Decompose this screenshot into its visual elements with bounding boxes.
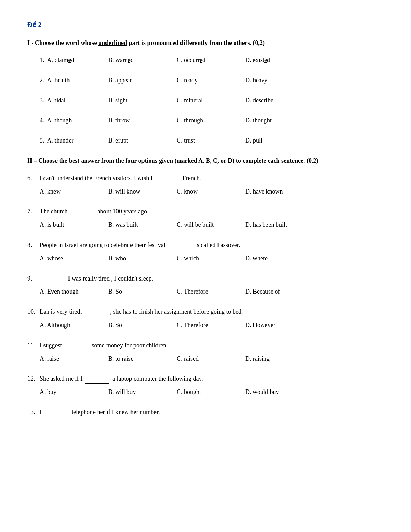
q11-options: A. raise B. to raise C. raised D. raisin… xyxy=(40,354,384,364)
q2-opt-b: B. appear xyxy=(108,75,177,85)
q13-text: I telephone her if I knew her number. xyxy=(40,407,384,417)
q12-opt-d: D. would buy xyxy=(245,387,314,397)
q4-opt-b: B. throw xyxy=(108,115,177,125)
q12-row: 12. She asked me if I a laptop computer … xyxy=(27,374,384,384)
q12-blank xyxy=(85,383,109,384)
q11-text: I suggest some money for poor children. xyxy=(40,341,384,350)
q3-opt-b: B. sight xyxy=(108,96,177,106)
q7-opt-a: A. is built xyxy=(40,220,108,230)
question-9: 9. I was really tired , I couldn't sleep… xyxy=(27,274,384,297)
q7-row: 7. The church about 100 years ago. xyxy=(27,207,384,216)
q11-opt-b: B. to raise xyxy=(108,354,177,364)
q8-opt-d: D. where xyxy=(245,253,314,263)
q6-options: A. knew B. will know C. know D. have kno… xyxy=(40,187,384,197)
question-13: 13. I telephone her if I knew her number… xyxy=(27,407,384,417)
q7-opt-d: D. has been built xyxy=(245,220,314,230)
q6-text: I can't understand the French visitors. … xyxy=(40,173,384,183)
q9-opt-b: B. So xyxy=(108,287,177,297)
q5-opt-a: 5. A. thunder xyxy=(40,136,108,146)
q3-opt-a: 3. A. tidal xyxy=(40,96,108,106)
q1-opt-c: C. occurred xyxy=(177,55,245,65)
q8-row: 8. People in Israel are going to celebra… xyxy=(27,240,384,250)
q3-options: 3. A. tidal B. sight C. mineral D. descr… xyxy=(40,96,384,106)
q2-options: 2. A. health B. appear C. ready D. heavy xyxy=(40,75,384,85)
q10-options: A. Although B. So C. Therefore D. Howeve… xyxy=(40,320,384,330)
q6-opt-d: D. have known xyxy=(245,187,314,197)
question-4: 4. A. though B. throw C. through D. thou… xyxy=(27,115,384,125)
q7-blank xyxy=(71,216,95,216)
q10-text: Lan is very tired. , she has to finish h… xyxy=(40,307,384,317)
q3-opt-c: C. mineral xyxy=(177,96,245,106)
q6-opt-b: B. will know xyxy=(108,187,177,197)
q8-blank xyxy=(168,250,192,250)
q13-row: 13. I telephone her if I knew her number… xyxy=(27,407,384,417)
q9-text: I was really tired , I couldn't sleep. xyxy=(40,274,384,284)
q13-num: 13. xyxy=(27,407,40,417)
question-1: 1. A. claimed B. warned C. occurred D. e… xyxy=(27,55,384,65)
q10-num: 10. xyxy=(27,307,40,317)
q13-blank xyxy=(45,417,69,417)
question-3: 3. A. tidal B. sight C. mineral D. descr… xyxy=(27,96,384,106)
q6-opt-a: A. knew xyxy=(40,187,108,197)
q8-options: A. whose B. who C. which D. where xyxy=(40,253,384,263)
q1-opt-b: B. warned xyxy=(108,55,177,65)
question-7: 7. The church about 100 years ago. A. is… xyxy=(27,207,384,230)
q5-opt-d: D. pull xyxy=(245,136,314,146)
q4-options: 4. A. though B. throw C. through D. thou… xyxy=(40,115,384,125)
q8-opt-a: A. whose xyxy=(40,253,108,263)
q10-opt-b: B. So xyxy=(108,320,177,330)
q2-opt-d: D. heavy xyxy=(245,75,314,85)
section2-title: II – Choose the best answer from the fou… xyxy=(27,156,384,166)
q8-opt-b: B. who xyxy=(108,253,177,263)
q5-opt-c: C. trust xyxy=(177,136,245,146)
q9-opt-d: D. Because of xyxy=(245,287,314,297)
q6-blank xyxy=(155,183,179,183)
q11-row: 11. I suggest some money for poor childr… xyxy=(27,341,384,350)
q7-options: A. is built B. was built C. will be buil… xyxy=(40,220,384,230)
q5-opt-b: B. erupt xyxy=(108,136,177,146)
q10-blank xyxy=(85,317,109,317)
q2-opt-a: 2. A. health xyxy=(40,75,108,85)
q1-opt-a: 1. A. claimed xyxy=(40,55,108,65)
question-10: 10. Lan is very tired. , she has to fini… xyxy=(27,307,384,330)
q7-text: The church about 100 years ago. xyxy=(40,207,384,216)
q12-options: A. buy B. will buy C. bought D. would bu… xyxy=(40,387,384,397)
q7-num: 7. xyxy=(27,207,40,216)
q1-opt-d: D. existed xyxy=(245,55,314,65)
q10-opt-d: D. However xyxy=(245,320,314,330)
q10-row: 10. Lan is very tired. , she has to fini… xyxy=(27,307,384,317)
q9-row: 9. I was really tired , I couldn't sleep… xyxy=(27,274,384,284)
q2-opt-c: C. ready xyxy=(177,75,245,85)
q9-opt-c: C. Therefore xyxy=(177,287,245,297)
section1-title: I - Choose the word whose underlined par… xyxy=(27,38,384,48)
q6-row: 6. I can't understand the French visitor… xyxy=(27,173,384,183)
q8-opt-c: C. which xyxy=(177,253,245,263)
q8-num: 8. xyxy=(27,240,40,250)
q1-options: 1. A. claimed B. warned C. occurred D. e… xyxy=(40,55,384,65)
q7-opt-b: B. was built xyxy=(108,220,177,230)
q9-options: A. Even though B. So C. Therefore D. Bec… xyxy=(40,287,384,297)
question-6: 6. I can't understand the French visitor… xyxy=(27,173,384,197)
q4-opt-d: D. thought xyxy=(245,115,314,125)
q9-num: 9. xyxy=(27,274,40,284)
question-8: 8. People in Israel are going to celebra… xyxy=(27,240,384,263)
de-title: Đề 2 xyxy=(27,21,384,29)
question-5: 5. A. thunder B. erupt C. trust D. pull xyxy=(27,136,384,146)
q4-opt-a: 4. A. though xyxy=(40,115,108,125)
q11-opt-c: C. raised xyxy=(177,354,245,364)
question-2: 2. A. health B. appear C. ready D. heavy xyxy=(27,75,384,85)
q10-opt-c: C. Therefore xyxy=(177,320,245,330)
q11-blank xyxy=(65,350,89,350)
q9-opt-a: A. Even though xyxy=(40,287,108,297)
q5-options: 5. A. thunder B. erupt C. trust D. pull xyxy=(40,136,384,146)
q11-opt-a: A. raise xyxy=(40,354,108,364)
q12-opt-b: B. will buy xyxy=(108,387,177,397)
q11-opt-d: D. raising xyxy=(245,354,314,364)
q6-num: 6. xyxy=(27,173,40,183)
q10-opt-a: A. Although xyxy=(40,320,108,330)
question-12: 12. She asked me if I a laptop computer … xyxy=(27,374,384,397)
q12-text: She asked me if I a laptop computer the … xyxy=(40,374,384,384)
q12-opt-c: C. bought xyxy=(177,387,245,397)
q12-num: 12. xyxy=(27,374,40,384)
q6-opt-c: C. know xyxy=(177,187,245,197)
